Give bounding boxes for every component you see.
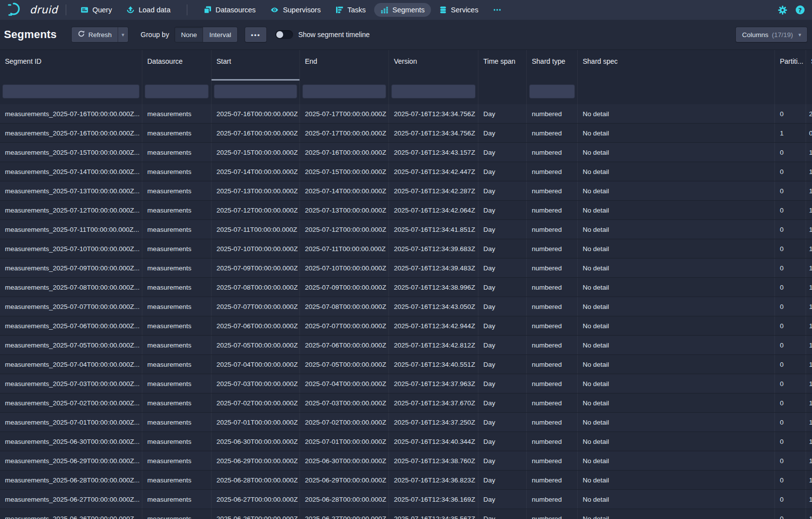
table-row[interactable]: measurements_2025-07-09T00:00:00.000Z...… bbox=[0, 259, 812, 278]
cell-shard_spec: No detail bbox=[578, 220, 775, 239]
nav-item-supervisors[interactable]: Supervisors bbox=[264, 3, 327, 17]
cell-shard_spec: No detail bbox=[578, 181, 775, 200]
column-header-shard_type[interactable]: Shard type bbox=[527, 50, 578, 81]
column-header-start[interactable]: Start bbox=[212, 50, 300, 81]
cell-datasource: measurements bbox=[142, 220, 212, 239]
table-row[interactable]: measurements_2025-07-02T00:00:00.000Z...… bbox=[0, 393, 812, 413]
refresh-dropdown-button[interactable]: ▾ bbox=[118, 27, 128, 42]
cell-start: 2025-07-06T00:00:00.000Z bbox=[212, 316, 300, 335]
druid-brand[interactable]: druid bbox=[7, 1, 58, 18]
table-row[interactable]: measurements_2025-07-14T00:00:00.000Z...… bbox=[0, 162, 812, 181]
cell-end: 2025-07-17T00:00:00.000Z bbox=[300, 104, 389, 123]
filter-input-shard_type[interactable] bbox=[529, 85, 575, 98]
table-row[interactable]: measurements_2025-07-03T00:00:00.000Z...… bbox=[0, 374, 812, 393]
nav-item-more[interactable] bbox=[487, 3, 508, 17]
table-row[interactable]: measurements_2025-07-10T00:00:00.000Z...… bbox=[0, 239, 812, 259]
table-row[interactable]: measurements_2025-07-16T00:00:00.000Z...… bbox=[0, 124, 812, 143]
table-row[interactable]: measurements_2025-07-05T00:00:00.000Z...… bbox=[0, 336, 812, 355]
table-row[interactable]: measurements_2025-07-01T00:00:00.000Z...… bbox=[0, 413, 812, 432]
nav-item-segments[interactable]: Segments bbox=[374, 3, 431, 17]
column-header-version[interactable]: Version bbox=[389, 50, 478, 81]
group-by-label: Group by bbox=[141, 31, 170, 39]
cell-segment_id: measurements_2025-07-03T00:00:00.000Z... bbox=[0, 374, 142, 393]
cell-time_span: Day bbox=[478, 374, 527, 393]
table-row[interactable]: measurements_2025-07-11T00:00:00.000Z...… bbox=[0, 220, 812, 239]
table-row[interactable]: measurements_2025-07-13T00:00:00.000Z...… bbox=[0, 181, 812, 201]
cell-version: 2025-07-16T12:34:37.963Z bbox=[389, 374, 478, 393]
nav-item-tasks[interactable]: Tasks bbox=[329, 3, 372, 17]
cell-datasource: measurements bbox=[142, 374, 212, 393]
column-header-shard_spec[interactable]: Shard spec bbox=[578, 50, 775, 81]
cell-datasource: measurements bbox=[142, 336, 212, 354]
table-row[interactable]: measurements_2025-06-28T00:00:00.000Z...… bbox=[0, 471, 812, 490]
filter-cell-time_span bbox=[478, 81, 527, 104]
table-row[interactable]: measurements_2025-07-07T00:00:00.000Z...… bbox=[0, 297, 812, 316]
cell-shard_type: numbered bbox=[527, 393, 578, 412]
sort-indicator bbox=[212, 79, 299, 81]
columns-button[interactable]: Columns (17/19) ▾ bbox=[736, 27, 807, 42]
column-header-datasource[interactable]: Datasource bbox=[142, 50, 212, 81]
cell-datasource: measurements bbox=[142, 124, 212, 142]
table-row[interactable]: measurements_2025-07-04T00:00:00.000Z...… bbox=[0, 355, 812, 374]
table-row[interactable]: measurements_2025-06-29T00:00:00.000Z...… bbox=[0, 451, 812, 471]
cell-size: 1 bbox=[806, 393, 812, 412]
nav-item-datasources[interactable]: Datasources bbox=[197, 3, 262, 17]
cell-version: 2025-07-16T12:34:36.823Z bbox=[389, 471, 478, 489]
cell-partition: 0 bbox=[775, 259, 806, 277]
cell-shard_type: numbered bbox=[527, 181, 578, 200]
cell-end: 2025-07-02T00:00:00.000Z bbox=[300, 413, 389, 432]
column-header-partition[interactable]: Partiti... bbox=[775, 50, 806, 81]
table-row[interactable]: measurements_2025-07-15T00:00:00.000Z...… bbox=[0, 143, 812, 162]
cell-size: 0 bbox=[806, 124, 812, 142]
cell-version: 2025-07-16T12:34:39.683Z bbox=[389, 239, 478, 258]
cell-shard_spec: No detail bbox=[578, 162, 775, 181]
filter-input-datasource[interactable] bbox=[145, 85, 209, 98]
group-by-interval-button[interactable]: Interval bbox=[203, 27, 237, 42]
table-row[interactable]: measurements_2025-07-16T00:00:00.000Z...… bbox=[0, 104, 812, 124]
nav-item-load-data[interactable]: Load data bbox=[120, 3, 177, 17]
navbar: druid QueryLoad dataDatasourcesSuperviso… bbox=[0, 0, 812, 20]
help-icon[interactable]: ? bbox=[795, 5, 805, 15]
cell-shard_type: numbered bbox=[527, 355, 578, 374]
column-header-end[interactable]: End bbox=[300, 50, 389, 81]
cell-shard_spec: No detail bbox=[578, 432, 775, 451]
cell-segment_id: measurements_2025-07-06T00:00:00.000Z... bbox=[0, 316, 142, 335]
segment-timeline-switch[interactable]: Show segment timeline bbox=[275, 30, 370, 39]
more-options-button[interactable]: ••• bbox=[245, 27, 267, 42]
filter-cell-version bbox=[389, 81, 478, 104]
filter-input-segment_id[interactable] bbox=[2, 85, 139, 98]
cell-time_span: Day bbox=[478, 259, 527, 277]
column-header-time_span[interactable]: Time span bbox=[478, 50, 527, 81]
refresh-button[interactable]: Refresh bbox=[72, 27, 118, 42]
cell-datasource: measurements bbox=[142, 201, 212, 219]
table-row[interactable]: measurements_2025-07-06T00:00:00.000Z...… bbox=[0, 316, 812, 336]
table-row[interactable]: measurements_2025-07-08T00:00:00.000Z...… bbox=[0, 278, 812, 297]
nav-item-query[interactable]: Query bbox=[74, 3, 119, 17]
filter-input-start[interactable] bbox=[214, 85, 297, 98]
cell-datasource: measurements bbox=[142, 393, 212, 412]
table-row[interactable]: measurements_2025-06-26T00:00:00.000Z...… bbox=[0, 509, 812, 519]
cell-version: 2025-07-16T12:34:35.567Z bbox=[389, 509, 478, 519]
table-row[interactable]: measurements_2025-06-30T00:00:00.000Z...… bbox=[0, 432, 812, 451]
bar-chart-icon bbox=[381, 6, 388, 14]
nav-item-services[interactable]: Services bbox=[433, 3, 485, 17]
cell-size: 2 bbox=[806, 104, 812, 123]
cell-shard_type: numbered bbox=[527, 143, 578, 162]
cell-segment_id: measurements_2025-07-16T00:00:00.000Z... bbox=[0, 104, 142, 123]
cell-time_span: Day bbox=[478, 278, 527, 297]
cell-size: 1 bbox=[806, 451, 812, 470]
settings-gear-icon[interactable] bbox=[778, 5, 787, 15]
table-row[interactable]: measurements_2025-06-27T00:00:00.000Z...… bbox=[0, 490, 812, 509]
cell-shard_spec: No detail bbox=[578, 124, 775, 142]
cell-start: 2025-07-02T00:00:00.000Z bbox=[212, 393, 300, 412]
column-header-label: End bbox=[305, 57, 317, 65]
column-header-segment_id[interactable]: Segment ID bbox=[0, 50, 142, 81]
cell-end: 2025-07-06T00:00:00.000Z bbox=[300, 336, 389, 354]
filter-input-end[interactable] bbox=[302, 85, 386, 98]
table-row[interactable]: measurements_2025-07-12T00:00:00.000Z...… bbox=[0, 201, 812, 220]
filter-input-version[interactable] bbox=[391, 85, 475, 98]
cell-partition: 0 bbox=[775, 104, 806, 123]
group-by-none-button[interactable]: None bbox=[175, 27, 203, 42]
cell-datasource: measurements bbox=[142, 162, 212, 181]
column-header-size[interactable]: S bbox=[806, 50, 812, 81]
